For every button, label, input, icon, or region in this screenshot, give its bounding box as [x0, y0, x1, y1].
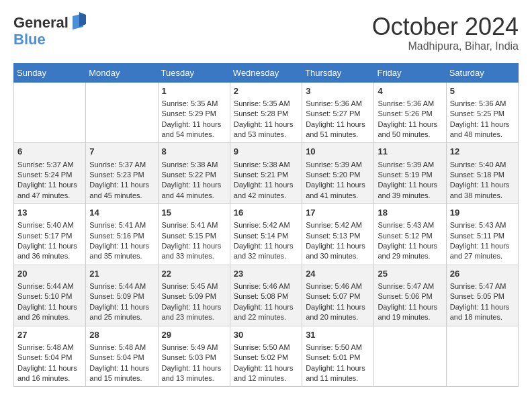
day-number: 6 [17, 146, 82, 158]
sunrise-text: Sunrise: 5:37 AM [17, 161, 74, 169]
calendar-cell: 19Sunrise: 5:43 AMSunset: 5:11 PMDayligh… [446, 204, 518, 265]
sunrise-text: Sunrise: 5:48 AM [17, 343, 74, 351]
day-number: 5 [450, 85, 515, 97]
sunset-text: Sunset: 5:15 PM [162, 232, 216, 240]
day-number: 16 [234, 207, 298, 219]
daylight-text: Daylight: 11 hours and 20 minutes. [306, 303, 365, 321]
sunset-text: Sunset: 5:16 PM [89, 232, 144, 240]
daylight-text: Daylight: 11 hours and 25 minutes. [89, 303, 149, 321]
sunrise-text: Sunrise: 5:36 AM [450, 99, 506, 107]
daylight-text: Daylight: 11 hours and 35 minutes. [89, 242, 149, 260]
calendar-cell: 17Sunrise: 5:42 AMSunset: 5:13 PMDayligh… [302, 204, 374, 265]
sunrise-text: Sunrise: 5:44 AM [17, 282, 74, 290]
day-number: 1 [162, 85, 226, 97]
sunset-text: Sunset: 5:05 PM [450, 292, 504, 300]
sunrise-text: Sunrise: 5:41 AM [162, 221, 218, 229]
sunset-text: Sunset: 5:02 PM [234, 353, 288, 361]
day-number: 25 [378, 268, 442, 280]
sunrise-text: Sunrise: 5:47 AM [450, 282, 506, 290]
day-number: 30 [234, 329, 298, 341]
calendar-cell [446, 326, 518, 387]
daylight-text: Daylight: 11 hours and 45 minutes. [89, 181, 149, 199]
day-of-week-header: Wednesday [230, 63, 302, 82]
sunrise-text: Sunrise: 5:35 AM [234, 99, 290, 107]
calendar-week-row: 20Sunrise: 5:44 AMSunset: 5:10 PMDayligh… [14, 265, 519, 326]
day-of-week-header: Tuesday [158, 63, 230, 82]
day-number: 3 [306, 85, 370, 97]
daylight-text: Daylight: 11 hours and 26 minutes. [17, 303, 77, 321]
calendar-cell: 23Sunrise: 5:46 AMSunset: 5:08 PMDayligh… [230, 265, 302, 326]
daylight-text: Daylight: 11 hours and 42 minutes. [234, 181, 294, 199]
calendar-cell: 31Sunrise: 5:50 AMSunset: 5:01 PMDayligh… [302, 326, 374, 387]
sunrise-text: Sunrise: 5:44 AM [89, 282, 146, 290]
calendar-cell: 15Sunrise: 5:41 AMSunset: 5:15 PMDayligh… [158, 204, 230, 265]
calendar-cell [14, 82, 86, 143]
day-number: 11 [378, 146, 442, 158]
sunset-text: Sunset: 5:09 PM [162, 292, 216, 300]
calendar-cell: 8Sunrise: 5:38 AMSunset: 5:22 PMDaylight… [158, 143, 230, 204]
daylight-text: Daylight: 11 hours and 54 minutes. [162, 120, 222, 138]
day-number: 21 [89, 268, 154, 280]
sunrise-text: Sunrise: 5:50 AM [306, 343, 362, 351]
sunrise-text: Sunrise: 5:43 AM [378, 221, 434, 229]
logo-text: General [13, 15, 69, 31]
svg-marker-1 [79, 12, 86, 27]
daylight-text: Daylight: 11 hours and 51 minutes. [306, 120, 365, 138]
sunset-text: Sunset: 5:18 PM [450, 171, 504, 179]
day-of-week-header: Saturday [446, 63, 518, 82]
day-number: 7 [89, 146, 154, 158]
daylight-text: Daylight: 11 hours and 13 minutes. [162, 364, 222, 382]
day-number: 4 [378, 85, 442, 97]
logo-blue: Blue [13, 32, 86, 47]
sunset-text: Sunset: 5:14 PM [234, 232, 288, 240]
daylight-text: Daylight: 11 hours and 39 minutes. [378, 181, 437, 199]
calendar-cell: 20Sunrise: 5:44 AMSunset: 5:10 PMDayligh… [14, 265, 86, 326]
calendar-header-row: SundayMondayTuesdayWednesdayThursdayFrid… [14, 63, 519, 82]
sunset-text: Sunset: 5:11 PM [450, 232, 504, 240]
sunset-text: Sunset: 5:13 PM [306, 232, 360, 240]
day-number: 22 [162, 268, 226, 280]
sunset-text: Sunset: 5:26 PM [378, 109, 432, 118]
calendar-cell [86, 82, 158, 143]
day-number: 29 [162, 329, 226, 341]
calendar-cell: 25Sunrise: 5:47 AMSunset: 5:06 PMDayligh… [374, 265, 446, 326]
daylight-text: Daylight: 11 hours and 15 minutes. [89, 364, 149, 382]
sunrise-text: Sunrise: 5:40 AM [450, 161, 506, 169]
calendar-cell: 29Sunrise: 5:49 AMSunset: 5:03 PMDayligh… [158, 326, 230, 387]
calendar-cell: 2Sunrise: 5:35 AMSunset: 5:28 PMDaylight… [230, 82, 302, 143]
calendar-week-row: 1Sunrise: 5:35 AMSunset: 5:29 PMDaylight… [14, 82, 519, 143]
sunset-text: Sunset: 5:08 PM [234, 292, 288, 300]
day-number: 17 [306, 207, 370, 219]
sunset-text: Sunset: 5:21 PM [234, 171, 288, 179]
logo: General Blue [13, 13, 86, 47]
calendar-cell: 3Sunrise: 5:36 AMSunset: 5:27 PMDaylight… [302, 82, 374, 143]
daylight-text: Daylight: 11 hours and 11 minutes. [306, 364, 365, 382]
location-title: Madhipura, Bihar, India [372, 40, 519, 52]
calendar-cell: 13Sunrise: 5:40 AMSunset: 5:17 PMDayligh… [14, 204, 86, 265]
sunrise-text: Sunrise: 5:39 AM [306, 161, 362, 169]
day-of-week-header: Thursday [302, 63, 374, 82]
sunset-text: Sunset: 5:17 PM [17, 232, 72, 240]
calendar-cell: 26Sunrise: 5:47 AMSunset: 5:05 PMDayligh… [446, 265, 518, 326]
calendar-cell: 4Sunrise: 5:36 AMSunset: 5:26 PMDaylight… [374, 82, 446, 143]
daylight-text: Daylight: 11 hours and 44 minutes. [162, 181, 222, 199]
sunrise-text: Sunrise: 5:37 AM [89, 161, 146, 169]
sunset-text: Sunset: 5:28 PM [234, 109, 288, 118]
daylight-text: Daylight: 11 hours and 32 minutes. [234, 242, 294, 260]
sunset-text: Sunset: 5:24 PM [17, 171, 72, 179]
sunrise-text: Sunrise: 5:38 AM [234, 161, 290, 169]
calendar-cell: 28Sunrise: 5:48 AMSunset: 5:04 PMDayligh… [86, 326, 158, 387]
calendar-cell: 14Sunrise: 5:41 AMSunset: 5:16 PMDayligh… [86, 204, 158, 265]
day-number: 27 [17, 329, 82, 341]
calendar-cell: 24Sunrise: 5:46 AMSunset: 5:07 PMDayligh… [302, 265, 374, 326]
sunset-text: Sunset: 5:03 PM [162, 353, 216, 361]
title-block: October 2024 Madhipura, Bihar, India [372, 13, 519, 52]
day-of-week-header: Friday [374, 63, 446, 82]
day-number: 9 [234, 146, 298, 158]
daylight-text: Daylight: 11 hours and 41 minutes. [306, 181, 365, 199]
day-of-week-header: Sunday [14, 63, 86, 82]
daylight-text: Daylight: 11 hours and 18 minutes. [450, 303, 510, 321]
sunset-text: Sunset: 5:25 PM [450, 109, 504, 118]
calendar-cell: 6Sunrise: 5:37 AMSunset: 5:24 PMDaylight… [14, 143, 86, 204]
calendar-cell: 10Sunrise: 5:39 AMSunset: 5:20 PMDayligh… [302, 143, 374, 204]
